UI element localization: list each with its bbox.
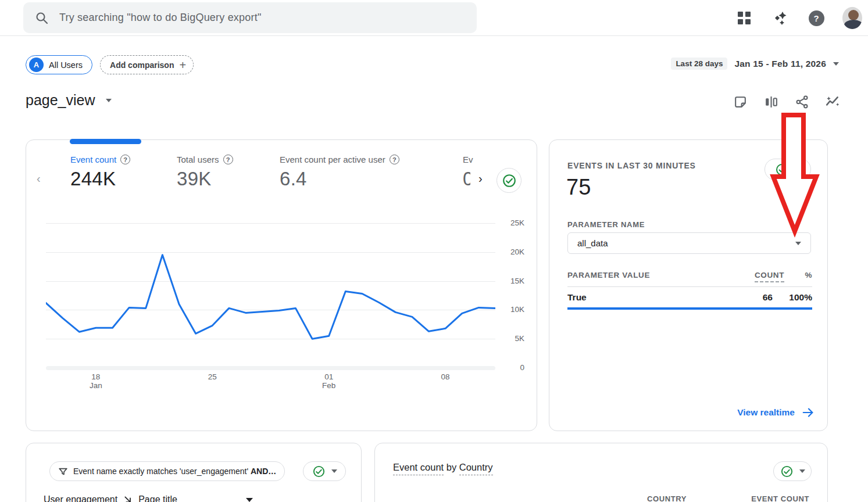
- dimension-dropdown-caret[interactable]: [246, 498, 253, 502]
- view-realtime-link[interactable]: View realtime: [737, 406, 815, 419]
- note-icon[interactable]: [733, 94, 748, 109]
- event-count-by-country-card: Event count by Country COUNTRY EVENT COU…: [374, 443, 828, 502]
- filter-text-and: AND…: [251, 467, 276, 476]
- x-axis-tick-label: 08: [441, 372, 450, 381]
- parameter-name-label: PARAMETER NAME: [567, 220, 645, 229]
- parameter-name-dropdown-caret: [795, 242, 801, 245]
- share-icon[interactable]: [794, 94, 809, 109]
- y-axis-tick-label: 0: [501, 363, 524, 372]
- y-axis-tick-label: 25K: [501, 218, 524, 227]
- search-icon: [35, 11, 49, 25]
- selected-metric-tab-indicator: [70, 139, 141, 144]
- metric-value: 244K: [70, 168, 177, 190]
- segment-initial-badge: A: [29, 58, 44, 72]
- events-last-30-min-value: 75: [566, 175, 591, 200]
- segment-label: All Users: [49, 60, 83, 70]
- divider: [567, 286, 812, 287]
- event-metrics-chart-card: ‹ Event count? 244K Total users? 39K Eve…: [26, 139, 537, 431]
- help-circle-icon: ?: [223, 155, 233, 164]
- check-circle-icon: [502, 173, 517, 188]
- arrow-right-icon: [802, 406, 815, 419]
- date-range-selector[interactable]: Last 28 days Jan 15 - Feb 11, 2026: [671, 58, 839, 70]
- help-circle-icon: ?: [390, 155, 399, 164]
- metric-tab-event-count-per-active-user[interactable]: Event count per active user? 6.4: [280, 155, 463, 190]
- metric-tab-truncated[interactable]: Ev 0: [463, 155, 480, 190]
- filter-funnel-icon: [58, 467, 68, 476]
- data-quality-dropdown-button[interactable]: [765, 159, 811, 180]
- title-metric[interactable]: Event count: [393, 462, 444, 475]
- user-engagement-table-card: Event name exactly matches 'user_engagem…: [26, 443, 362, 502]
- y-axis-tick-label: 10K: [501, 305, 524, 314]
- metric-tab-event-count[interactable]: Event count? 244K: [70, 155, 177, 190]
- param-value-cell: True: [567, 292, 739, 303]
- filter-pill[interactable]: Event name exactly matches 'user_engagem…: [49, 461, 285, 481]
- event-picker-caret-icon[interactable]: [106, 99, 112, 102]
- page-title: page_view: [26, 92, 95, 109]
- date-range-tag: Last 28 days: [671, 58, 727, 70]
- metrics-scroll-right-chevron[interactable]: ›: [478, 172, 483, 185]
- chevron-down-icon: [331, 469, 337, 473]
- date-range-value: Jan 15 - Feb 11, 2026: [734, 59, 826, 69]
- y-axis-tick-label: 15K: [501, 277, 524, 285]
- x-axis-tick-label: 01Feb: [322, 372, 335, 390]
- apps-grid-icon[interactable]: [734, 8, 754, 28]
- row-percent-bar: [567, 307, 812, 310]
- metric-value: 39K: [177, 168, 280, 190]
- check-circle-icon: [312, 465, 326, 478]
- count-cell: 66: [739, 292, 773, 303]
- parameter-name-dropdown[interactable]: all_data: [567, 232, 811, 254]
- y-axis-tick-label: 5K: [501, 334, 524, 343]
- arrow-down-right-icon: [123, 495, 133, 502]
- add-comparison-label: Add comparison: [110, 60, 174, 70]
- search-placeholder: Try searching "how to do BigQuery export…: [59, 12, 261, 24]
- chevron-down-icon: [799, 469, 805, 473]
- comparison-icon[interactable]: [763, 94, 778, 109]
- title-dimension[interactable]: Country: [459, 462, 493, 475]
- country-card-title[interactable]: Event count by Country: [393, 462, 493, 473]
- event-count-line-chart[interactable]: 05K10K15K20K25K18Jan2501Feb08: [46, 218, 523, 399]
- realtime-card-title: EVENTS IN LAST 30 MINUTES: [567, 161, 696, 170]
- line-series-svg: [46, 218, 495, 370]
- chevron-down-icon: [833, 62, 839, 66]
- col-header-country: COUNTRY: [647, 494, 687, 502]
- help-circle-icon: ?: [120, 155, 130, 164]
- data-quality-button[interactable]: [496, 168, 521, 193]
- filter-text: Event name exactly matches 'user_engagem…: [73, 467, 251, 476]
- col-header-count[interactable]: COUNT: [755, 271, 784, 282]
- search-input[interactable]: Try searching "how to do BigQuery export…: [23, 2, 477, 33]
- insights-icon[interactable]: [825, 94, 840, 109]
- check-circle-icon: [775, 163, 789, 177]
- help-icon[interactable]: ?: [806, 8, 826, 28]
- metric-value: 6.4: [280, 168, 463, 190]
- x-axis-tick-label: 25: [208, 372, 217, 381]
- ga4-event-report-page: Try searching "how to do BigQuery export…: [0, 0, 868, 502]
- metric-tab-total-users[interactable]: Total users? 39K: [177, 155, 280, 190]
- data-quality-dropdown-button[interactable]: [303, 461, 346, 481]
- plus-icon: +: [179, 59, 186, 71]
- top-header: Try searching "how to do BigQuery export…: [0, 0, 868, 36]
- col-header-event-count: EVENT COUNT: [751, 494, 809, 502]
- realtime-events-card: EVENTS IN LAST 30 MINUTES 75 PARAMETER N…: [549, 139, 828, 431]
- x-axis-tick-label: 18Jan: [90, 372, 102, 390]
- avatar[interactable]: [842, 8, 862, 28]
- gemini-sparkle-icon[interactable]: [770, 8, 790, 28]
- percent-cell: 100%: [773, 292, 812, 303]
- col-header-parameter-value: PARAMETER VALUE: [567, 271, 739, 279]
- table-row: True 66 100%: [567, 292, 812, 303]
- y-axis-tick-label: 20K: [501, 248, 524, 256]
- data-quality-dropdown-button[interactable]: [773, 461, 812, 481]
- segment-chip-all-users[interactable]: A All Users: [26, 55, 92, 74]
- col-header-percent: %: [784, 271, 812, 279]
- breadcrumb-secondary-dimension[interactable]: Page title: [138, 494, 177, 502]
- check-circle-icon: [780, 465, 794, 478]
- breadcrumb-primary-dimension[interactable]: User engagement: [44, 494, 117, 502]
- add-comparison-button[interactable]: Add comparison +: [100, 55, 194, 74]
- parameter-name-value: all_data: [577, 238, 608, 248]
- chevron-down-icon: [795, 168, 801, 171]
